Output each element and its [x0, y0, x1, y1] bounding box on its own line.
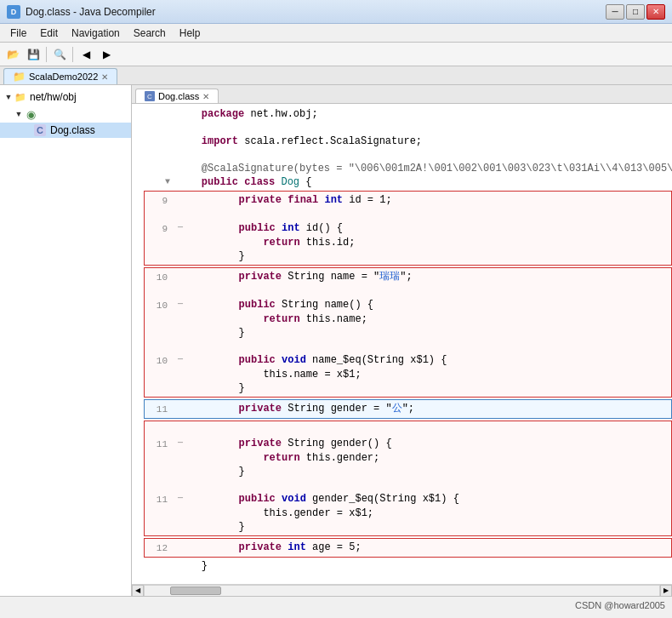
code-line: 9 ─ public int id() {: [145, 221, 671, 236]
line-content: }: [186, 465, 671, 478]
line-content: }: [186, 326, 671, 340]
scroll-right-arrow[interactable]: ▶: [660, 585, 672, 597]
line-gutter: 11: [145, 402, 174, 416]
line-content: return this.gender;: [186, 451, 671, 465]
line-gutter: [145, 249, 174, 263]
code-line: }: [145, 326, 671, 340]
line-gutter: 12: [145, 541, 174, 555]
line-content: public void gender_$eq(String x$1) {: [186, 492, 671, 506]
scroll-left-arrow[interactable]: ◀: [132, 585, 144, 597]
tree-item-class[interactable]: C Dog.class: [0, 123, 131, 138]
line-gutter: [132, 148, 162, 162]
menu-help[interactable]: Help: [173, 26, 208, 41]
line-gutter: [145, 520, 174, 534]
line-content: this.gender = x$1;: [186, 506, 671, 520]
line-content: [186, 340, 671, 353]
line-gutter: [145, 284, 174, 298]
sidebar: ▼ 📁 net/hw/obj ▼ ◉ C Dog.class: [0, 85, 132, 596]
line-gutter: [132, 107, 162, 121]
scroll-track[interactable]: [144, 585, 660, 597]
title-controls: ─ □ ✕: [606, 4, 665, 20]
maximize-button[interactable]: □: [626, 4, 645, 20]
code-line: [132, 148, 672, 162]
highlight-block-1: 9 private final int id = 1; 9 ─ public i…: [144, 191, 672, 266]
code-line: ▼ public class Dog {: [132, 175, 672, 189]
code-line: 10 ─ public String name() {: [145, 298, 671, 312]
line-content: package net.hw.obj;: [174, 107, 672, 121]
line-content: }: [186, 249, 671, 263]
line-content: }: [186, 381, 671, 395]
toolbar-forward-btn[interactable]: ▶: [97, 45, 116, 64]
toolbar-save-btn[interactable]: 💾: [24, 45, 43, 64]
tree-toggle-class: [24, 125, 34, 135]
close-button[interactable]: ✕: [646, 4, 665, 20]
menu-bar: File Edit Navigation Search Help: [0, 24, 672, 43]
toolbar-search-btn[interactable]: 🔍: [50, 45, 69, 64]
bottom-scrollbar[interactable]: ◀ ▶: [132, 584, 672, 596]
code-line: [145, 423, 671, 437]
code-editor[interactable]: package net.hw.obj; import scala.reflect…: [132, 104, 672, 584]
code-line: }: [132, 559, 672, 573]
highlight-block-4: 12 private int age = 5;: [144, 538, 672, 558]
toolbar: 📂 💾 🔍 ◀ ▶: [0, 43, 672, 66]
project-tab-close[interactable]: ✕: [101, 72, 108, 82]
code-line: 9 private final int id = 1;: [145, 193, 671, 208]
line-gutter: [145, 208, 174, 221]
tree-item-folder[interactable]: ▼ 📁 net/hw/obj: [0, 89, 131, 106]
menu-navigation[interactable]: Navigation: [65, 26, 127, 41]
line-content: import scala.reflect.ScalaSignature;: [174, 134, 672, 148]
project-tab-label: ScalaDemo2022: [29, 72, 98, 82]
line-gutter: 11: [145, 437, 174, 451]
code-line: [145, 478, 671, 492]
collapse-btn[interactable]: ─: [174, 221, 186, 235]
line-content: [186, 284, 671, 298]
line-gutter: [132, 134, 162, 148]
code-line: 10 ─ public void name_$eq(String x$1) {: [145, 353, 671, 368]
line-gutter: 10: [145, 270, 174, 284]
code-line: [132, 121, 672, 134]
scroll-thumb[interactable]: [170, 587, 221, 595]
tree-label-class: Dog.class: [50, 124, 95, 136]
toolbar-open-btn[interactable]: 📂: [3, 45, 22, 64]
line-gutter: [145, 326, 174, 340]
menu-search[interactable]: Search: [127, 26, 173, 41]
line-gutter: 9: [145, 221, 174, 236]
line-gutter: 11: [145, 492, 174, 506]
tree-toggle-folder[interactable]: ▼: [3, 92, 14, 102]
line-gutter: [132, 559, 162, 573]
tree-toggle-package[interactable]: ▼: [14, 109, 24, 119]
line-content: [186, 423, 671, 437]
project-tab[interactable]: 📁 ScalaDemo2022 ✕: [3, 68, 117, 84]
minimize-button[interactable]: ─: [606, 4, 624, 20]
editor-tab[interactable]: C Dog.class ✕: [135, 89, 219, 103]
line-content: [186, 478, 671, 492]
line-content: public void name_$eq(String x$1) {: [186, 353, 671, 367]
line-content: return this.id;: [186, 236, 671, 249]
folder-icon: 📁: [14, 90, 27, 104]
code-line: }: [145, 249, 671, 263]
editor-tab-label: Dog.class: [158, 91, 199, 101]
menu-edit[interactable]: Edit: [33, 26, 65, 41]
collapse-btn[interactable]: ▼: [162, 175, 174, 189]
line-gutter: 10: [145, 353, 174, 368]
collapse-btn[interactable]: ─: [174, 437, 186, 450]
line-gutter: [145, 381, 174, 395]
line-content: public int id() {: [186, 221, 671, 235]
collapse-btn[interactable]: ─: [174, 353, 186, 367]
line-content: private int age = 5;: [186, 541, 671, 554]
tree-label-folder: net/hw/obj: [30, 91, 77, 103]
code-line: package net.hw.obj;: [132, 107, 672, 121]
editor-tab-close[interactable]: ✕: [202, 92, 209, 101]
line-content: private final int id = 1;: [186, 193, 671, 207]
collapse-btn[interactable]: ─: [174, 492, 186, 506]
line-gutter: [132, 175, 162, 189]
collapse-btn[interactable]: ─: [174, 298, 186, 312]
toolbar-separator-2: [72, 47, 73, 62]
line-gutter: [132, 121, 162, 134]
highlight-block-3: 11 ─ private String gender() { return th…: [144, 421, 672, 536]
menu-file[interactable]: File: [3, 26, 33, 41]
line-gutter: [145, 465, 174, 478]
toolbar-back-btn[interactable]: ◀: [77, 45, 95, 64]
tree-item-package[interactable]: ▼ ◉: [0, 106, 131, 123]
line-gutter: 9: [145, 193, 174, 208]
